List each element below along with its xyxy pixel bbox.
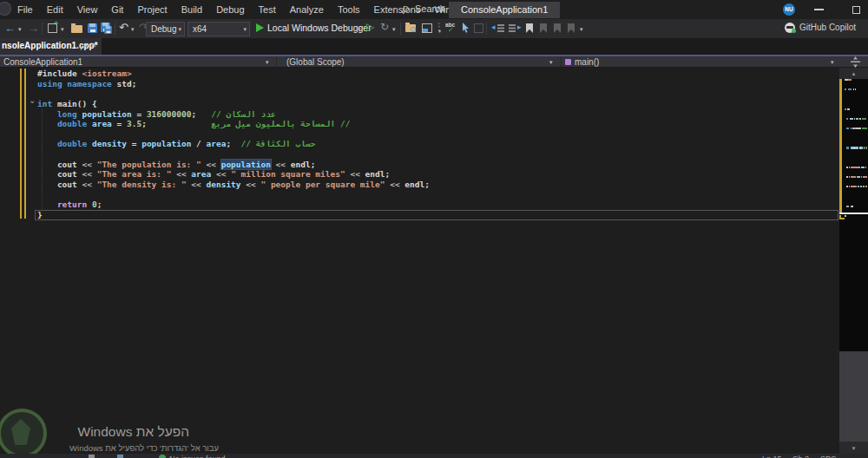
code-editor[interactable]: #include <iostream>using namespace std;i… bbox=[0, 69, 838, 220]
next-bookmark-icon[interactable] bbox=[554, 23, 561, 33]
navigate-back-icon[interactable]: ← bbox=[4, 23, 16, 34]
toolbar-overflow-caret-icon: ▾ bbox=[438, 29, 441, 34]
github-copilot-label[interactable]: GitHub Copilot bbox=[799, 23, 856, 32]
undo-icon[interactable]: ↶ bbox=[119, 22, 128, 33]
maximize-button[interactable] bbox=[852, 6, 860, 14]
status-bar: No issues found Ln 15 Ch 2 SPC bbox=[0, 454, 868, 458]
minimap-modified-bar bbox=[839, 79, 842, 214]
cursor-pointer-icon[interactable] bbox=[462, 23, 470, 34]
find-in-files-magnifier-icon bbox=[411, 27, 416, 32]
save-icon[interactable] bbox=[88, 23, 97, 33]
status-encoding[interactable]: SPC bbox=[820, 455, 837, 458]
navigate-back-caret-icon[interactable]: ▾ bbox=[18, 26, 22, 32]
menu-item-analyze[interactable]: Analyze bbox=[283, 0, 331, 19]
start-debugging-play-icon[interactable] bbox=[256, 23, 264, 32]
disabled-copy-icon[interactable] bbox=[474, 23, 483, 33]
status-message[interactable]: No issues found bbox=[169, 455, 226, 458]
new-project-plus-icon: + bbox=[54, 20, 58, 28]
github-copilot-status-icon bbox=[792, 29, 796, 33]
scrollbar-track[interactable] bbox=[839, 351, 868, 442]
activate-windows-subtext: עבור אל 'הגדרות' כדי להפעיל את Windows bbox=[0, 443, 219, 453]
symbol-dropdown-caret-icon[interactable]: ▾ bbox=[831, 59, 834, 65]
close-tab-icon[interactable]: ✕ bbox=[90, 41, 97, 49]
bookmark-overflow-caret-icon[interactable]: ▾ bbox=[580, 26, 583, 32]
code-line bbox=[0, 190, 838, 200]
indent-icon[interactable]: ▸ bbox=[517, 23, 522, 31]
method-icon bbox=[565, 59, 571, 65]
clear-bookmarks-icon[interactable] bbox=[568, 23, 575, 33]
hot-reload-icon[interactable]: ↻ bbox=[380, 22, 389, 32]
code-line: int main() { bbox=[0, 99, 838, 109]
menu-item-file[interactable]: File bbox=[10, 0, 40, 19]
menu-item-test[interactable]: Test bbox=[252, 0, 283, 19]
unindent-lines-icon bbox=[497, 24, 504, 26]
minimize-button[interactable] bbox=[814, 9, 824, 10]
solution-platform-select[interactable]: x64▾ bbox=[187, 22, 250, 36]
code-line: using namespace std; bbox=[0, 79, 838, 89]
account-avatar[interactable]: NU bbox=[783, 3, 795, 16]
menu-item-tools[interactable]: Tools bbox=[331, 0, 367, 19]
hot-reload-caret-icon[interactable]: ▾ bbox=[392, 26, 396, 32]
menu-item-project[interactable]: Project bbox=[130, 0, 174, 19]
menu-item-debug[interactable]: Debug bbox=[209, 0, 251, 19]
status-column-number[interactable]: Ch 2 bbox=[792, 455, 809, 458]
scope-dropdown[interactable]: (Global Scope) bbox=[286, 57, 345, 67]
window-title: ConsoleApplication1 bbox=[449, 2, 560, 18]
code-line: #include <iostream> bbox=[0, 69, 838, 79]
start-debugging-button[interactable]: Local Windows Debugger bbox=[267, 23, 372, 33]
menu-item-build[interactable]: Build bbox=[174, 0, 209, 19]
code-line: long population = 316000000; // عدد السك… bbox=[0, 109, 838, 120]
symbol-dropdown[interactable]: main() bbox=[575, 57, 599, 67]
platform-caret-icon: ▾ bbox=[243, 26, 247, 32]
project-dropdown[interactable]: ConsoleApplication1 bbox=[3, 57, 82, 67]
indent-lines-icon bbox=[509, 24, 516, 26]
navigation-bar: ConsoleApplication1 ▾ (Global Scope) ▾ m… bbox=[0, 56, 868, 69]
vs-window: { "titlebar": { "menus": ["File","Edit",… bbox=[0, 0, 868, 458]
minimap-marks bbox=[843, 76, 867, 224]
tab-strip: nsoleApplication1.cpp* ✕ bbox=[0, 38, 868, 55]
undo-caret-icon[interactable]: ▾ bbox=[131, 26, 135, 32]
menu-item-edit[interactable]: Edit bbox=[40, 0, 70, 19]
activate-windows-watermark: הפעל את Windows bbox=[0, 424, 189, 440]
config-caret-icon: ▾ bbox=[178, 26, 181, 32]
solution-window-fill-icon bbox=[423, 29, 428, 32]
new-project-caret-icon[interactable]: ▾ bbox=[61, 26, 64, 32]
status-line-number[interactable]: Ln 15 bbox=[762, 455, 782, 458]
start-without-debugging-icon[interactable]: ▷ bbox=[366, 22, 374, 32]
toggle-bookmark-icon[interactable] bbox=[526, 23, 533, 33]
code-line: cout << "The area is: " << area << " mil… bbox=[0, 169, 838, 180]
code-line: return 0; bbox=[0, 200, 838, 210]
issues-check-icon bbox=[159, 455, 166, 458]
code-line bbox=[0, 129, 838, 140]
pin-icon[interactable] bbox=[80, 43, 88, 51]
project-dropdown-caret-icon[interactable]: ▾ bbox=[266, 59, 269, 65]
scope-dropdown-caret-icon[interactable]: ▾ bbox=[549, 59, 553, 65]
search-icon bbox=[403, 6, 409, 12]
spell-check-check-icon: ✓ bbox=[448, 27, 454, 34]
code-line: double area = 3.5; المساحة بالمليون ميل … bbox=[0, 119, 838, 129]
status-icon-2[interactable] bbox=[117, 455, 123, 458]
current-line-highlight bbox=[35, 210, 838, 221]
search-caret-icon[interactable]: ▾ bbox=[441, 7, 444, 13]
code-line bbox=[0, 88, 838, 99]
toolbar: ← ▾ → + ▾ ↶ ▾ ↷ ▾ Debug▾ x64▾ Local Wind… bbox=[0, 19, 868, 38]
prev-bookmark-icon[interactable] bbox=[540, 23, 547, 33]
code-line: cout << "The density is: " << density <<… bbox=[0, 180, 838, 190]
start-debugging-caret-icon[interactable]: ▾ bbox=[358, 26, 361, 32]
title-bar: FileEditViewGitProjectBuildDebugTestAnal… bbox=[0, 0, 868, 19]
tab-consoleapplication1-cpp[interactable]: nsoleApplication1.cpp* ✕ bbox=[0, 38, 102, 55]
solution-configuration-select[interactable]: Debug▾ bbox=[146, 22, 185, 36]
status-icon-1[interactable] bbox=[89, 455, 95, 458]
scrollbar-down-arrow[interactable]: ▾ bbox=[839, 442, 868, 455]
menu-item-git[interactable]: Git bbox=[104, 0, 130, 19]
code-line: cout << "The population is: " << populat… bbox=[0, 160, 838, 170]
code-line bbox=[0, 149, 838, 160]
navigate-forward-icon[interactable]: → bbox=[28, 23, 39, 34]
open-folder-icon[interactable] bbox=[71, 25, 82, 33]
menu-item-view[interactable]: View bbox=[70, 0, 105, 19]
save-all-second-icon bbox=[104, 26, 112, 34]
split-editor-handle-icon[interactable] bbox=[851, 56, 860, 68]
minimap-yellow-bracket bbox=[839, 215, 845, 219]
code-line: double density = population / area; // ح… bbox=[0, 139, 838, 149]
unindent-icon[interactable]: ◂ bbox=[491, 23, 496, 31]
